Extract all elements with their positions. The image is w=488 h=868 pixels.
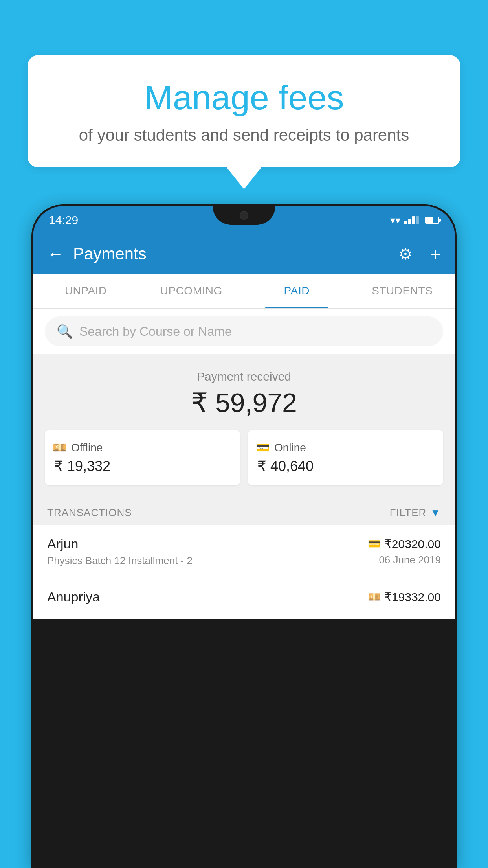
offline-icon: 💴 — [53, 441, 66, 454]
transaction-left-2: Anupriya — [47, 589, 368, 608]
table-row[interactable]: Arjun Physics Batch 12 Installment - 2 💳… — [33, 525, 455, 578]
search-icon: 🔍 — [57, 324, 73, 339]
online-icon: 💳 — [256, 441, 270, 454]
phone-camera — [240, 211, 248, 220]
filter-icon: ▼ — [430, 507, 441, 519]
battery-icon — [425, 217, 439, 224]
offline-payment-card: 💴 Offline ₹ 19,332 — [45, 430, 240, 485]
transaction-name-2: Anupriya — [47, 589, 368, 605]
signal-bar-3 — [412, 216, 415, 224]
offline-amount: ₹ 19,332 — [53, 458, 232, 474]
transactions-label: TRANSACTIONS — [47, 507, 132, 519]
table-row[interactable]: Anupriya 💴 ₹19332.00 — [33, 578, 455, 619]
filter-label: FILTER — [390, 507, 427, 519]
status-bar: 14:29 ▾▾ — [33, 206, 455, 234]
search-input-wrapper[interactable]: 🔍 Search by Course or Name — [45, 316, 443, 346]
offline-payment-icon: 💴 — [368, 591, 380, 603]
wifi-icon: ▾▾ — [390, 214, 400, 226]
speech-bubble-container: Manage fees of your students and send re… — [28, 55, 460, 189]
payment-total-amount: ₹ 59,972 — [45, 387, 443, 418]
status-icons: ▾▾ — [390, 214, 439, 226]
search-bar: 🔍 Search by Course or Name — [33, 309, 455, 354]
payment-received-label: Payment received — [45, 370, 443, 383]
app-header: ← Payments ⚙ + — [33, 234, 455, 274]
transaction-right-1: 💳 ₹20320.00 06 June 2019 — [368, 537, 441, 566]
add-button[interactable]: + — [430, 243, 441, 265]
online-amount: ₹ 40,640 — [256, 458, 435, 474]
payment-cards: 💴 Offline ₹ 19,332 💳 Online ₹ 40,640 — [45, 430, 443, 485]
transaction-amount-1: ₹20320.00 — [384, 537, 441, 551]
tab-upcoming[interactable]: UPCOMING — [139, 274, 244, 308]
online-payment-card: 💳 Online ₹ 40,640 — [248, 430, 443, 485]
online-card-header: 💳 Online — [256, 441, 435, 454]
signal-bar-1 — [404, 221, 407, 224]
speech-bubble-subtitle: of your students and send receipts to pa… — [51, 125, 437, 146]
offline-card-header: 💴 Offline — [53, 441, 232, 454]
tab-unpaid[interactable]: UNPAID — [33, 274, 139, 308]
card-payment-icon: 💳 — [368, 538, 380, 550]
transaction-name-1: Arjun — [47, 536, 368, 552]
filter-button[interactable]: FILTER ▼ — [390, 507, 441, 519]
phone-notch — [213, 206, 275, 225]
transaction-amount-2: ₹19332.00 — [384, 590, 441, 604]
gear-icon[interactable]: ⚙ — [398, 245, 413, 263]
transaction-left-1: Arjun Physics Batch 12 Installment - 2 — [47, 536, 368, 567]
tab-paid[interactable]: PAID — [244, 274, 350, 308]
phone-inner: 14:29 ▾▾ — [33, 206, 455, 866]
transaction-amount-row-1: 💳 ₹20320.00 — [368, 537, 441, 551]
tabs-container: UNPAID UPCOMING PAID STUDENTS — [33, 274, 455, 309]
app-content: 🔍 Search by Course or Name Payment recei… — [33, 309, 455, 619]
signal-bar-2 — [408, 219, 411, 224]
transaction-right-2: 💴 ₹19332.00 — [368, 590, 441, 607]
transaction-detail-1: Physics Batch 12 Installment - 2 — [47, 555, 368, 567]
transactions-header: TRANSACTIONS FILTER ▼ — [33, 497, 455, 525]
offline-label: Offline — [71, 441, 103, 454]
transaction-amount-row-2: 💴 ₹19332.00 — [368, 590, 441, 604]
battery-fill — [426, 217, 433, 223]
header-title: Payments — [73, 245, 389, 263]
back-button[interactable]: ← — [47, 246, 64, 262]
online-label: Online — [274, 441, 306, 454]
signal-bars — [404, 216, 419, 224]
signal-bar-4 — [416, 216, 419, 224]
speech-bubble-title: Manage fees — [51, 79, 437, 117]
speech-bubble: Manage fees of your students and send re… — [28, 55, 460, 167]
payment-summary: Payment received ₹ 59,972 💴 Offline ₹ 19… — [33, 354, 455, 497]
tab-students[interactable]: STUDENTS — [350, 274, 455, 308]
status-time: 14:29 — [49, 213, 78, 227]
transaction-date-1: 06 June 2019 — [368, 554, 441, 566]
phone-frame: 14:29 ▾▾ — [31, 204, 457, 868]
speech-bubble-arrow — [227, 167, 261, 189]
search-input[interactable]: Search by Course or Name — [79, 324, 232, 339]
